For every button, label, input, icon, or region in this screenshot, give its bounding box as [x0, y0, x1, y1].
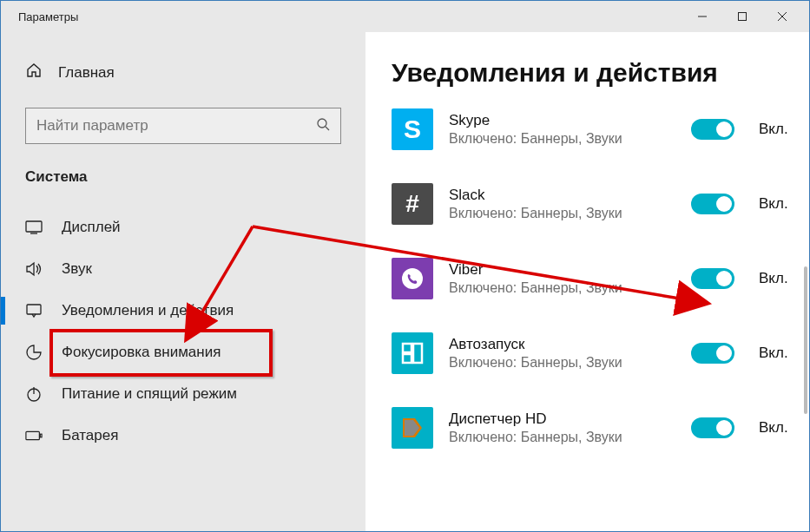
app-row-autostart[interactable]: Автозапуск Включено: Баннеры, Звуки Вкл. [392, 332, 794, 374]
toggle-label: Вкл. [759, 195, 794, 213]
sidebar-item-focus[interactable]: Фокусировка внимания [1, 332, 365, 373]
sidebar-item-notifications[interactable]: Уведомления и действия [1, 290, 365, 332]
toggle-skype[interactable] [691, 119, 734, 140]
search-input[interactable] [36, 117, 316, 135]
toggle-label: Вкл. [759, 121, 794, 138]
app-row-viber[interactable]: Viber Включено: Баннеры, Звуки Вкл. [392, 258, 794, 299]
focus-icon [25, 344, 43, 361]
display-icon [25, 219, 43, 236]
sidebar-item-label: Дисплей [62, 219, 121, 236]
svg-rect-15 [403, 354, 412, 363]
minimize-button[interactable] [682, 3, 722, 30]
toggle-label: Вкл. [759, 345, 794, 362]
window-title: Параметры [18, 10, 682, 23]
autostart-icon [392, 332, 433, 374]
sidebar: Главная Система Дисплей [1, 32, 365, 531]
svg-rect-8 [27, 305, 41, 314]
search-box[interactable] [25, 108, 341, 144]
toggle-label: Вкл. [759, 270, 794, 287]
notifications-icon [25, 302, 43, 319]
app-subtext: Включено: Баннеры, Звуки [449, 280, 675, 296]
svg-rect-1 [739, 13, 747, 21]
app-info: Slack Включено: Баннеры, Звуки [449, 187, 675, 221]
sound-icon [25, 260, 43, 278]
sidebar-item-sound[interactable]: Звук [1, 248, 365, 290]
app-info: Диспетчер HD Включено: Баннеры, Звуки [449, 410, 675, 445]
hd-icon [392, 407, 433, 449]
svg-rect-12 [40, 434, 42, 437]
viber-icon [392, 258, 433, 299]
nav-list: Дисплей Звук Уведомления и действия [1, 207, 365, 456]
app-name: Skype [449, 112, 675, 129]
toggle-viber[interactable] [691, 268, 734, 289]
app-row-slack[interactable]: # Slack Включено: Баннеры, Звуки Вкл. [392, 183, 794, 225]
app-name: Автозапуск [449, 336, 675, 353]
app-list: S Skype Включено: Баннеры, Звуки Вкл. # … [392, 108, 794, 449]
sidebar-item-display[interactable]: Дисплей [1, 207, 365, 248]
sidebar-item-power[interactable]: Питание и спящий режим [1, 373, 365, 415]
svg-point-4 [318, 119, 326, 128]
category-label: Система [1, 168, 365, 186]
battery-icon [25, 427, 43, 444]
app-name: Диспетчер HD [449, 410, 675, 428]
sidebar-item-label: Питание и спящий режим [62, 385, 237, 403]
svg-rect-16 [413, 344, 422, 363]
sidebar-item-label: Уведомления и действия [62, 302, 234, 319]
main-panel: Уведомления и действия S Skype Включено:… [365, 32, 809, 531]
page-heading: Уведомления и действия [392, 58, 794, 88]
app-row-hd[interactable]: Диспетчер HD Включено: Баннеры, Звуки Вк… [392, 407, 794, 449]
svg-point-13 [402, 268, 423, 289]
sidebar-item-label: Батарея [62, 427, 118, 444]
app-subtext: Включено: Баннеры, Звуки [449, 206, 675, 221]
app-row-skype[interactable]: S Skype Включено: Баннеры, Звуки Вкл. [392, 108, 794, 150]
app-subtext: Включено: Баннеры, Звуки [449, 131, 675, 147]
scrollbar[interactable] [804, 266, 807, 414]
toggle-hd[interactable] [691, 417, 734, 438]
app-info: Автозапуск Включено: Баннеры, Звуки [449, 336, 675, 371]
svg-rect-11 [26, 431, 39, 439]
maximize-button[interactable] [722, 3, 762, 30]
app-name: Viber [449, 261, 675, 279]
sidebar-item-label: Фокусировка внимания [62, 344, 221, 361]
sidebar-item-battery[interactable]: Батарея [1, 415, 365, 456]
svg-rect-14 [403, 344, 412, 352]
app-subtext: Включено: Баннеры, Звуки [449, 430, 675, 445]
app-info: Skype Включено: Баннеры, Звуки [449, 112, 675, 147]
titlebar: Параметры [1, 1, 809, 32]
power-icon [25, 385, 43, 403]
settings-window: Параметры Главная [0, 0, 810, 532]
app-subtext: Включено: Баннеры, Звуки [449, 355, 675, 371]
svg-rect-6 [26, 221, 42, 232]
toggle-autostart[interactable] [691, 343, 734, 364]
skype-icon: S [392, 108, 433, 150]
slack-icon: # [392, 183, 433, 225]
svg-line-5 [326, 127, 329, 130]
toggle-slack[interactable] [691, 194, 734, 214]
app-info: Viber Включено: Баннеры, Звуки [449, 261, 675, 296]
content-area: Главная Система Дисплей [1, 32, 809, 531]
toggle-label: Вкл. [759, 419, 794, 437]
home-icon [25, 62, 43, 83]
home-button[interactable]: Главная [1, 56, 365, 89]
app-name: Slack [449, 187, 675, 204]
window-controls [682, 3, 802, 30]
sidebar-item-label: Звук [62, 260, 92, 278]
close-button[interactable] [762, 3, 802, 30]
search-icon [316, 117, 330, 135]
home-label: Главная [58, 64, 115, 82]
